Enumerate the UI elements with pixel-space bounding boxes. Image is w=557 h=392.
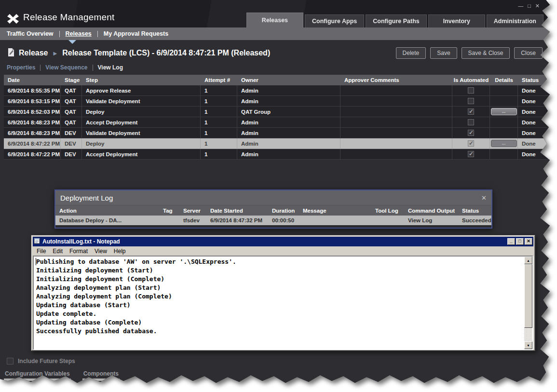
cell-is-automated xyxy=(452,128,490,138)
minimize-icon[interactable]: — xyxy=(518,2,523,9)
cell-step: Deploy xyxy=(82,107,201,117)
dialog-cell-duration: 00:00:50 xyxy=(268,216,299,225)
table-row[interactable]: 6/9/2014 8:55:35 PMQATApprove Release1Ad… xyxy=(4,85,552,96)
close-icon[interactable]: ✕ xyxy=(481,194,487,202)
notepad-maximize-icon[interactable]: □ xyxy=(516,238,524,245)
cell-is-automated xyxy=(452,96,490,106)
dialog-cell-tag xyxy=(159,216,179,225)
cell-stage: DEV xyxy=(61,149,82,159)
view-tab-view-log[interactable]: View Log xyxy=(98,64,123,71)
breadcrumb-root[interactable]: Release xyxy=(19,49,48,57)
cell-is-automated xyxy=(452,107,490,117)
cell-date: 6/9/2014 8:48:23 PM xyxy=(4,117,61,127)
view-tab-view-sequence[interactable]: View Sequence xyxy=(45,64,87,71)
scroll-up-button[interactable]: ▲ xyxy=(524,257,532,264)
scroll-thumb[interactable] xyxy=(524,264,532,328)
tab-releases[interactable]: Releases xyxy=(246,13,303,27)
save-close-button[interactable]: Save & Close xyxy=(462,47,510,59)
cell-date: 6/9/2014 8:47:22 PM xyxy=(4,138,61,149)
table-row[interactable]: 6/9/2014 8:48:23 PMDEVValidate Deploymen… xyxy=(4,128,552,138)
dialog-cell-command-output[interactable]: View Log xyxy=(404,216,458,225)
subnav-item-my-approval-requests[interactable]: My Approval Requests xyxy=(104,30,168,37)
cell-attempt: 1 xyxy=(201,117,237,127)
cell-is-automated xyxy=(452,85,490,95)
deployment-log-row[interactable]: Database Deploy - DA...tfsdev6/9/2014 8:… xyxy=(55,216,491,225)
close-icon[interactable]: ✕ xyxy=(535,2,540,9)
view-tab-properties[interactable]: Properties xyxy=(7,64,35,71)
subnav-item-traffic-overview[interactable]: Traffic Overview xyxy=(7,30,54,37)
is-automated-checkbox[interactable] xyxy=(468,140,474,147)
table-row[interactable]: 6/9/2014 8:47:22 PMDEVAccept Deployment1… xyxy=(4,149,552,160)
tab-configure-paths[interactable]: Configure Paths xyxy=(366,14,427,27)
cell-step: Accept Deployment xyxy=(82,149,201,159)
scroll-down-button[interactable]: ▼ xyxy=(524,341,532,349)
bottom-tab-underline xyxy=(4,378,71,381)
subnav: Traffic OverviewReleasesMy Approval Requ… xyxy=(0,27,552,40)
subnav-divider xyxy=(97,31,98,37)
tab-administration[interactable]: Administration xyxy=(487,14,543,27)
is-automated-checkbox[interactable] xyxy=(468,130,474,136)
bottom-tab-components[interactable]: Components xyxy=(82,370,120,381)
tab-configure-apps[interactable]: Configure Apps xyxy=(305,14,364,27)
table-row[interactable]: 6/9/2014 8:48:23 PMQATAccept Deployment1… xyxy=(4,117,552,128)
cell-is-automated xyxy=(452,138,490,149)
cell-has-details xyxy=(490,85,518,95)
is-automated-checkbox[interactable] xyxy=(468,151,474,157)
bottom-tab-configuration-variables[interactable]: Configuration Variables xyxy=(4,370,71,381)
cell-has-details xyxy=(490,117,518,127)
is-automated-checkbox[interactable] xyxy=(468,87,474,94)
cell-status: Done xyxy=(518,96,540,106)
cell-stage: DEV xyxy=(61,138,82,149)
save-button[interactable]: Save xyxy=(430,47,457,59)
close-button[interactable]: Close xyxy=(514,47,543,59)
menu-file[interactable]: File xyxy=(33,248,49,255)
notepad-text-area[interactable]: Publishing to database 'AW' on server '.… xyxy=(33,256,533,350)
is-automated-checkbox[interactable] xyxy=(468,108,474,115)
notepad-close-icon[interactable]: ✕ xyxy=(525,238,532,245)
maximize-icon[interactable]: □ xyxy=(528,2,531,9)
app-title: Release Management xyxy=(23,12,115,23)
table-row[interactable]: 6/9/2014 8:53:15 PMQATValidate Deploymen… xyxy=(4,96,552,107)
dialog-column-header-status: Status xyxy=(458,208,492,214)
is-automated-checkbox[interactable] xyxy=(468,119,474,125)
notepad-window-controls: _□✕ xyxy=(507,238,532,245)
menu-help[interactable]: Help xyxy=(110,248,129,255)
cell-step: Validate Deployment xyxy=(82,128,201,138)
table-row[interactable]: 6/9/2014 8:47:22 PMDEVDeploy1Admin...Don… xyxy=(4,138,552,149)
cell-status: Done xyxy=(518,85,540,95)
column-header-attempt: Attempt # xyxy=(201,77,237,83)
subnav-item-releases[interactable]: Releases xyxy=(66,30,92,37)
notepad-titlebar[interactable]: AutoInstallLog.txt - Notepad _□✕ xyxy=(33,237,533,246)
cell-attempt: 1 xyxy=(201,128,237,138)
cell-has-details xyxy=(490,96,518,106)
dialog-cell-action: Database Deploy - DA... xyxy=(55,216,159,225)
cell-attempt: 1 xyxy=(201,85,237,95)
vertical-scrollbar[interactable]: ▲ ▼ xyxy=(524,257,532,349)
cell-stage: QAT xyxy=(61,85,82,95)
cell-owner: Admin xyxy=(237,138,340,149)
delete-button[interactable]: Delete xyxy=(396,47,426,59)
cell-date: 6/9/2014 8:55:35 PM xyxy=(4,85,61,95)
log-line: Publishing to database 'AW' on server '.… xyxy=(36,257,523,266)
cell-step: Validate Deployment xyxy=(82,96,201,106)
tab-inventory[interactable]: Inventory xyxy=(428,14,485,27)
dialog-column-header-tool-log: Tool Log xyxy=(371,208,404,214)
cell-stage: QAT xyxy=(61,117,82,127)
include-future-steps-checkbox[interactable] xyxy=(7,358,14,365)
menu-edit[interactable]: Edit xyxy=(49,248,66,255)
menu-view[interactable]: View xyxy=(91,248,110,255)
details-button[interactable]: ... xyxy=(491,108,517,115)
view-tabs: PropertiesView SequenceView Log xyxy=(0,60,552,71)
cell-owner: Admin xyxy=(237,149,340,159)
release-action-buttons: DeleteSaveSave & CloseClose xyxy=(396,47,543,59)
is-automated-checkbox[interactable] xyxy=(468,98,474,104)
log-line: Analyzing deployment plan (Complete) xyxy=(36,292,523,301)
details-button[interactable]: ... xyxy=(491,140,517,147)
table-row[interactable]: 6/9/2014 8:52:03 PMQATDeploy1QAT Group..… xyxy=(4,107,552,117)
log-line: Successfully published database. xyxy=(36,327,523,336)
menu-format[interactable]: Format xyxy=(66,248,91,255)
text-caret xyxy=(36,258,36,265)
cell-status: Done xyxy=(518,128,540,138)
content-area: Release ▶ Release Template (LCS) - 6/9/2… xyxy=(0,40,552,385)
notepad-minimize-icon[interactable]: _ xyxy=(507,238,515,245)
